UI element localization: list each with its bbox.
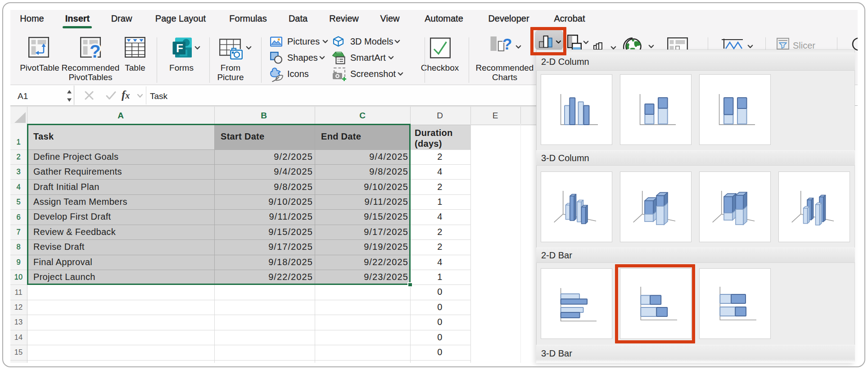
svg-text:?: ? bbox=[90, 41, 100, 59]
svg-text:F: F bbox=[176, 41, 183, 55]
svg-text:?: ? bbox=[502, 35, 512, 51]
